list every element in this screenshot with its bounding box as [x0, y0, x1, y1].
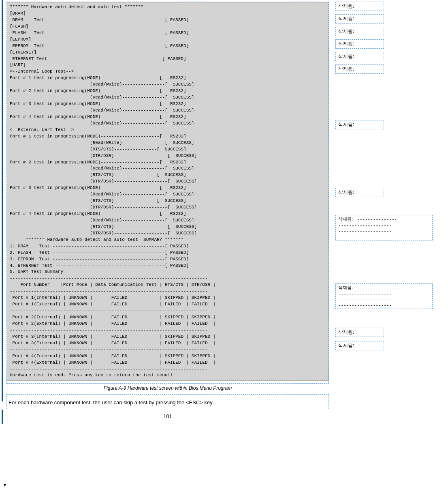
content-wrapper: ******* Hardware auto-detect and auto-te…	[6, 2, 329, 409]
page-number: 101	[6, 413, 329, 419]
deleted-dashes-2: 삭제됨: -----------------------------------…	[335, 283, 433, 309]
deleted-dashes-1: 삭제됨: -----------------------------------…	[335, 215, 433, 240]
gap-5	[335, 311, 445, 328]
deleted-label-10: 삭제됨:	[335, 341, 384, 350]
deleted-label-4: 삭제됨:	[335, 39, 384, 49]
deleted-label-7: 삭제됨:	[335, 120, 384, 129]
deleted-label-8: 삭제됨:	[335, 188, 384, 197]
blue-bar-terminal	[2, 0, 3, 401]
main-content: ▼ ******* Hardware auto-detect and auto-…	[0, 0, 332, 500]
deleted-label-2: 삭제됨:	[335, 14, 384, 24]
deleted-dashes-label-1: 삭제됨: -----------------------------------…	[338, 217, 397, 239]
body-text: For each hardware component test, the us…	[9, 399, 327, 406]
right-sidebar: 삭제됨: 삭제됨: 삭제됨: 삭제됨: 삭제됨: 삭제됨: 삭제됨: 삭제됨: …	[332, 0, 448, 500]
figure-caption: Figure A-9 Hardware test screen within B…	[6, 385, 329, 391]
blue-bar-bodytext	[2, 410, 3, 424]
gap-1	[335, 79, 445, 120]
sidebar-mid2-group: 삭제됨:	[335, 188, 445, 200]
deleted-dashes-label-2: 삭제됨: -----------------------------------…	[338, 285, 397, 308]
sidebar-top-group: 삭제됨: 삭제됨: 삭제됨: 삭제됨: 삭제됨: 삭제됨:	[335, 2, 445, 76]
deleted-label-1: 삭제됨:	[335, 2, 384, 11]
terminal-section: ******* Hardware auto-detect and auto-te…	[6, 2, 329, 384]
deleted-label-9: 삭제됨:	[335, 328, 384, 337]
gap-4	[335, 243, 445, 283]
sidebar-bottom-group: 삭제됨: 삭제됨:	[335, 328, 445, 353]
deleted-label-5: 삭제됨:	[335, 52, 384, 61]
deleted-label-3: 삭제됨:	[335, 27, 384, 36]
terminal-output: ******* Hardware auto-detect and auto-te…	[7, 2, 329, 381]
gap-2	[335, 135, 445, 188]
deleted-label-6: 삭제됨:	[335, 64, 384, 74]
sidebar-mid-group: 삭제됨:	[335, 120, 445, 132]
gap-3	[335, 203, 445, 215]
arrow-down-indicator: ▼	[2, 482, 7, 488]
page-container: ▼ ******* Hardware auto-detect and auto-…	[0, 0, 448, 500]
body-text-section: For each hardware component test, the us…	[6, 394, 329, 409]
